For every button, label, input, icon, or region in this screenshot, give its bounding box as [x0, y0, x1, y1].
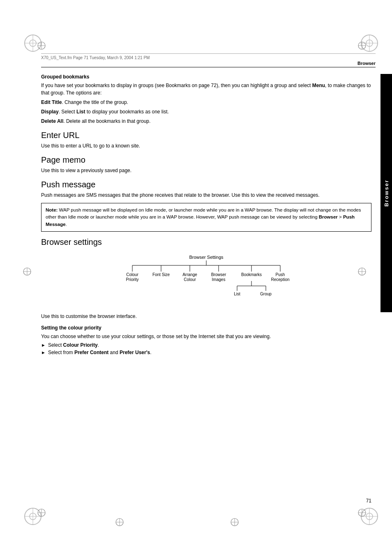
bullet-arrow-1: ►: [41, 343, 46, 348]
svg-text:Browser Settings: Browser Settings: [189, 255, 224, 260]
note-label: Note:: [46, 207, 58, 212]
browser-settings-diagram: Browser Settings Colour Priority Font Si…: [41, 253, 371, 306]
corner-bottom-center: [115, 518, 124, 528]
side-tab-label: Browser: [383, 180, 390, 207]
push-message-body: Push messages are SMS messages that the …: [41, 191, 371, 199]
page: Browser X70_US_Text.fm Page 71 Tuesday, …: [0, 0, 392, 555]
reg-mark-tl: [37, 41, 46, 52]
grouped-bookmarks-delete-all: Delete All. Delete all the bookmarks in …: [41, 117, 371, 125]
settings-diagram-svg: Browser Settings Colour Priority Font Si…: [112, 253, 301, 306]
grouped-bookmarks-edit-title: Edit Title. Change the title of the grou…: [41, 99, 371, 106]
svg-text:Colour: Colour: [184, 277, 196, 282]
bullet-arrow-2: ►: [41, 350, 46, 355]
browser-settings-body: Use this to customise the browser interf…: [41, 313, 371, 320]
reg-mark-tr: [357, 41, 367, 52]
colour-priority-heading: Setting the colour priority: [41, 325, 371, 331]
grouped-bookmarks-display: Display. Select List to display your boo…: [41, 108, 371, 115]
svg-text:Bookmarks: Bookmarks: [241, 272, 262, 277]
svg-text:Images: Images: [212, 277, 226, 282]
page-number: 71: [366, 498, 371, 504]
svg-text:Colour: Colour: [126, 272, 138, 277]
reg-mark-br: [357, 508, 367, 519]
browser-settings-heading: Browser settings: [41, 237, 371, 247]
corner-bottom-center2: [230, 518, 239, 528]
enter-url-heading: Enter URL: [41, 131, 371, 140]
page-header: Browser: [41, 61, 376, 67]
svg-text:List: List: [234, 292, 240, 296]
push-message-note: Note: WAP push message will be displayed…: [41, 203, 371, 232]
page-memo-body: Use this to view a previously saved page…: [41, 167, 371, 174]
svg-text:Arrange: Arrange: [182, 272, 197, 277]
bullet-item-2: ► Select from Prefer Content and Prefer …: [41, 350, 371, 355]
bullet-text-1: Select Colour Priority.: [48, 342, 99, 348]
svg-text:Priority: Priority: [126, 277, 138, 282]
bullet-text-2: Select from Prefer Content and Prefer Us…: [48, 350, 152, 355]
browser-side-tab: Browser: [380, 74, 392, 312]
enter-url-body: Use this to enter a URL to go to a known…: [41, 142, 371, 150]
grouped-bookmarks-intro: If you have set your bookmarks to displa…: [41, 82, 371, 97]
main-content: Grouped bookmarks If you have set your b…: [41, 69, 371, 506]
reg-mark-bl: [37, 508, 46, 519]
svg-text:Push: Push: [276, 272, 285, 277]
note-body: WAP push message will be displayed on Id…: [46, 207, 361, 227]
grouped-bookmarks-heading: Grouped bookmarks: [41, 74, 371, 80]
reg-mark-left-mid: [23, 267, 32, 278]
svg-text:Browser: Browser: [211, 272, 226, 277]
push-message-heading: Push message: [41, 180, 371, 189]
svg-text:Font Size: Font Size: [152, 272, 170, 277]
header-title: Browser: [357, 61, 376, 66]
page-memo-heading: Page memo: [41, 155, 371, 165]
svg-text:Group: Group: [260, 292, 272, 296]
svg-text:Reception: Reception: [271, 277, 289, 282]
file-info: X70_US_Text.fm Page 71 Tuesday, March 9,…: [41, 53, 376, 60]
file-info-text: X70_US_Text.fm Page 71 Tuesday, March 9,…: [41, 55, 150, 60]
bullet-item-1: ► Select Colour Priority.: [41, 342, 371, 348]
colour-priority-body: You can choose whether to use your colou…: [41, 333, 371, 340]
